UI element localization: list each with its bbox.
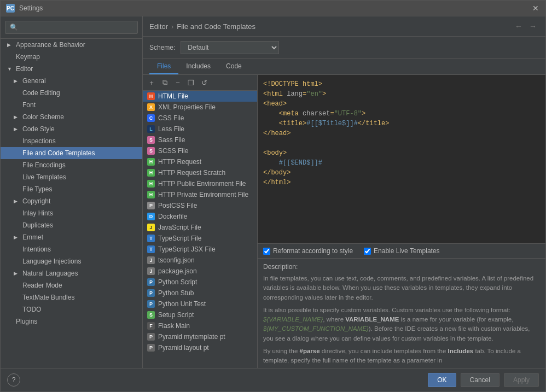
file-item-scss-file[interactable]: SSCSS File: [143, 145, 257, 156]
file-item-xml-props[interactable]: XXML Properties File: [143, 102, 257, 113]
sidebar-label-duplicates: Duplicates: [22, 221, 53, 229]
sidebar-item-file-code-templates[interactable]: File and Code Templates: [1, 147, 142, 159]
file-item-http-request[interactable]: HHTTP Request: [143, 156, 257, 167]
sidebar-item-plugins[interactable]: Plugins: [1, 315, 142, 327]
sidebar-item-natural-languages[interactable]: ▶Natural Languages: [1, 267, 142, 279]
app-icon: PC: [6, 4, 15, 13]
file-icon-postcss-file: P: [147, 202, 155, 209]
file-item-html-file[interactable]: HHTML File: [143, 91, 257, 102]
file-item-flask-main[interactable]: FFlask Main: [143, 320, 257, 331]
file-item-http-private-env[interactable]: HHTTP Private Environment File: [143, 189, 257, 200]
reformat-label: Reformat according to style: [273, 247, 353, 255]
file-item-sass-file[interactable]: SSass File: [143, 134, 257, 145]
sidebar-item-color-scheme[interactable]: ▶Color Scheme: [1, 111, 142, 123]
sidebar-label-general: General: [22, 77, 46, 85]
file-icon-flask-main: F: [147, 322, 155, 330]
file-icon-python-unit-test: P: [147, 300, 155, 308]
tab-files[interactable]: Files: [149, 59, 178, 74]
file-item-python-stub[interactable]: PPython Stub: [143, 288, 257, 299]
file-item-python-script[interactable]: PPython Script: [143, 277, 257, 288]
sidebar-item-general[interactable]: ▶General: [1, 75, 142, 87]
file-item-http-request-scratch[interactable]: HHTTP Request Scratch: [143, 167, 257, 178]
file-item-ts-file[interactable]: TTypeScript File: [143, 233, 257, 244]
close-button[interactable]: ✕: [531, 4, 540, 13]
remove-template-button[interactable]: −: [172, 77, 183, 88]
tab-includes[interactable]: Includes: [178, 59, 218, 74]
file-label-http-private-env: HTTP Private Environment File: [158, 191, 248, 198]
sidebar-item-appearance[interactable]: ▶Appearance & Behavior: [1, 39, 142, 51]
sidebar-item-duplicates[interactable]: Duplicates: [1, 219, 142, 231]
sidebar-item-code-style[interactable]: ▶Code Style: [1, 123, 142, 135]
code-editor[interactable]: <!DOCTYPE html> <html lang="en"> <head> …: [258, 75, 545, 243]
file-icon-html-file: H: [147, 92, 155, 100]
sidebar-item-keymap[interactable]: Keymap: [1, 51, 142, 63]
tab-code[interactable]: Code: [218, 59, 249, 74]
copy-template-button[interactable]: ⧉: [159, 77, 170, 88]
cancel-button[interactable]: Cancel: [461, 373, 499, 387]
live-templates-checkbox[interactable]: [364, 248, 371, 255]
code-line: [263, 138, 540, 148]
file-icon-http-private-env: H: [147, 191, 155, 198]
add-template-button[interactable]: +: [146, 77, 157, 88]
file-item-postcss-file[interactable]: PPostCSS File: [143, 200, 257, 211]
file-item-css-file[interactable]: CCSS File: [143, 113, 257, 124]
live-templates-checkbox-label[interactable]: Enable Live Templates: [364, 247, 440, 255]
ok-button[interactable]: OK: [428, 373, 456, 387]
sidebar-item-inspections[interactable]: Inspections: [1, 135, 142, 147]
file-item-dockerfile[interactable]: DDockerfile: [143, 211, 257, 222]
code-line: </html>: [263, 178, 540, 188]
sidebar-item-todo[interactable]: TODO: [1, 303, 142, 315]
file-label-http-request: HTTP Request: [158, 158, 201, 166]
code-panel: <!DOCTYPE html> <html lang="en"> <head> …: [258, 75, 545, 368]
file-label-less-file: Less File: [158, 125, 184, 133]
reformat-checkbox-label[interactable]: Reformat according to style: [263, 247, 353, 255]
duplicate-template-button[interactable]: ❒: [185, 77, 196, 88]
sidebar-item-code-editing[interactable]: Code Editing: [1, 87, 142, 99]
sidebar-item-emmet[interactable]: ▶Emmet: [1, 231, 142, 243]
nav-forward-button[interactable]: →: [527, 21, 539, 32]
file-item-js-file[interactable]: JJavaScript File: [143, 222, 257, 233]
sidebar-item-copyright[interactable]: ▶Copyright: [1, 195, 142, 207]
file-item-less-file[interactable]: LLess File: [143, 124, 257, 134]
sidebar-label-plugins: Plugins: [16, 318, 37, 325]
code-line: </head>: [263, 128, 540, 138]
sidebar-item-file-types[interactable]: File Types: [1, 183, 142, 195]
search-input[interactable]: [5, 21, 138, 34]
sidebar-item-intentions[interactable]: Intentions: [1, 243, 142, 255]
sidebar-item-file-encodings[interactable]: File Encodings: [1, 159, 142, 171]
sidebar-item-language-injections[interactable]: Language Injections: [1, 255, 142, 267]
file-item-http-public-env[interactable]: HHTTP Public Environment File: [143, 178, 257, 189]
file-label-python-unit-test: Python Unit Test: [158, 300, 206, 308]
scheme-select[interactable]: Default Project: [181, 41, 279, 54]
file-item-tsconfig[interactable]: Jtsconfig.json: [143, 255, 257, 266]
file-item-package-json[interactable]: Jpackage.json: [143, 266, 257, 277]
code-line: <body>: [263, 148, 540, 158]
reset-template-button[interactable]: ↺: [199, 77, 210, 88]
sidebar-label-file-encodings: File Encodings: [22, 161, 66, 169]
nav-back-button[interactable]: ←: [513, 21, 525, 32]
sidebar-label-language-injections: Language Injections: [22, 258, 81, 265]
breadcrumb: Editor › File and Code Templates: [149, 22, 255, 31]
dialog-body: ▶Appearance & BehaviorKeymap▼Editor▶Gene…: [1, 16, 545, 368]
help-button[interactable]: ?: [7, 373, 20, 387]
sidebar-item-textmate-bundles[interactable]: TextMate Bundles: [1, 291, 142, 303]
file-icon-http-request-scratch: H: [147, 169, 155, 177]
apply-button[interactable]: Apply: [504, 373, 539, 387]
sidebar-item-editor[interactable]: ▼Editor: [1, 63, 142, 75]
file-item-pyramid-layout[interactable]: PPyramid layout pt: [143, 342, 257, 353]
sidebar-item-font[interactable]: Font: [1, 99, 142, 111]
file-icon-dockerfile: D: [147, 213, 155, 220]
file-label-pyramid-mytemplate: Pyramid mytemplate pt: [158, 333, 225, 341]
file-item-setup-script[interactable]: SSetup Script: [143, 309, 257, 320]
reformat-checkbox[interactable]: [263, 248, 270, 255]
file-item-tsx-file[interactable]: TTypeScript JSX File: [143, 244, 257, 255]
sidebar-item-reader-mode[interactable]: Reader Mode: [1, 279, 142, 291]
file-item-pyramid-mytemplate[interactable]: PPyramid mytemplate pt: [143, 331, 257, 342]
file-item-python-unit-test[interactable]: PPython Unit Test: [143, 299, 257, 309]
sidebar-item-live-templates[interactable]: Live Templates: [1, 171, 142, 183]
code-line: </body>: [263, 168, 540, 178]
file-label-tsconfig: tsconfig.json: [158, 256, 195, 264]
nav-arrows: ← →: [513, 21, 539, 32]
sidebar-list: ▶Appearance & BehaviorKeymap▼Editor▶Gene…: [1, 39, 142, 327]
sidebar-item-inlay-hints[interactable]: Inlay Hints: [1, 207, 142, 219]
